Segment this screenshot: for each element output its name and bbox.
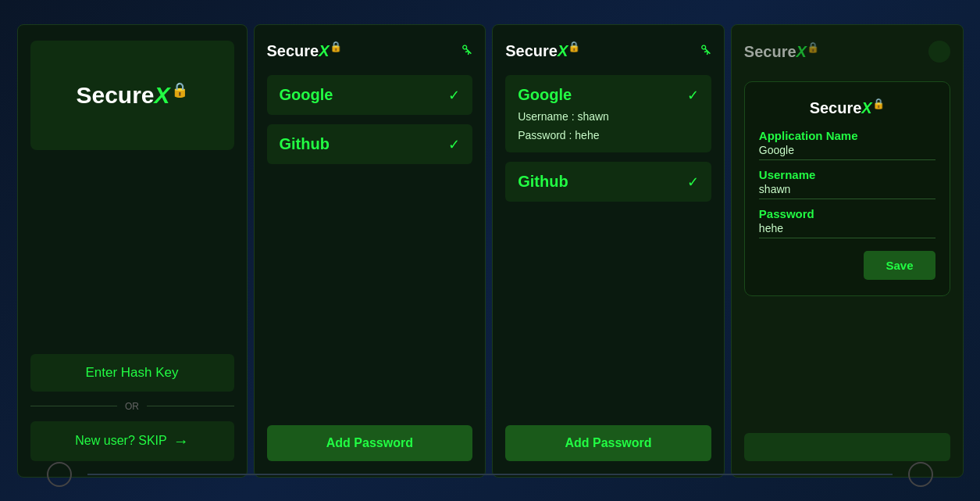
bottom-line xyxy=(87,474,893,475)
save-button[interactable]: Save xyxy=(864,251,935,280)
screen-3: SecureX🔒 ⚷ Google ✓ Username : shawn Pas… xyxy=(492,24,725,478)
modal-lock-icon: 🔒 xyxy=(872,98,885,109)
bottom-bar xyxy=(0,462,980,487)
google-chevron: ✓ xyxy=(448,87,460,104)
screen2-logo-x: X xyxy=(319,41,329,59)
screen3-logo-secure: Secure xyxy=(505,41,558,59)
screen3-lock-icon: 🔒 xyxy=(568,41,580,52)
add-password-button-s3[interactable]: Add Password xyxy=(505,425,711,461)
enter-hash-button[interactable]: Enter Hash Key xyxy=(30,354,234,392)
screen2-lock-icon: 🔒 xyxy=(330,41,342,52)
modal-card: SecureX🔒 Application Name Google Usernam… xyxy=(744,81,950,297)
password-underline xyxy=(759,238,935,238)
logo-text-secure: Secure xyxy=(76,82,154,108)
screen4-logo-secure: Secure xyxy=(744,43,796,60)
github-chevron: ✓ xyxy=(448,136,460,153)
add-password-button[interactable]: Add Password xyxy=(267,425,473,461)
modal-logo: SecureX🔒 xyxy=(759,98,935,117)
github-label-s3: Github xyxy=(518,173,568,191)
or-line-right xyxy=(147,406,234,406)
screen4-lock-icon: 🔒 xyxy=(807,41,819,53)
add-password-label: Add Password xyxy=(326,436,413,449)
logo-x: X xyxy=(155,82,170,108)
logo-large: SecureX🔒 xyxy=(76,81,187,109)
password-value: hehe xyxy=(759,222,935,234)
add-password-label-s3: Add Password xyxy=(565,436,651,449)
github-item-s3[interactable]: Github ✓ xyxy=(505,162,711,202)
skip-button[interactable]: New user? SKIP → xyxy=(30,421,234,461)
github-label: Github xyxy=(280,135,330,153)
screen4-logo-x: X xyxy=(796,43,807,60)
modal-logo-x: X xyxy=(861,98,871,116)
or-text: OR xyxy=(125,401,139,412)
screen3-header: SecureX🔒 ⚷ xyxy=(505,41,711,60)
logo-lock-icon: 🔒 xyxy=(171,82,188,98)
password-label: Password xyxy=(759,207,935,220)
app-name-label: Application Name xyxy=(759,129,935,142)
username-label: Username xyxy=(759,168,935,181)
google-expanded-item[interactable]: Google ✓ Username : shawn Password : heh… xyxy=(505,75,711,152)
or-line-left xyxy=(30,406,118,406)
screen3-logo: SecureX🔒 xyxy=(505,41,580,60)
circle-left xyxy=(47,462,72,487)
google-label: Google xyxy=(280,86,333,104)
screen4-logo: SecureX🔒 xyxy=(744,41,819,61)
arrow-right-icon: → xyxy=(173,432,189,450)
screen-4: SecureX🔒 SecureX🔒 Application Name Googl… xyxy=(731,24,964,478)
save-label: Save xyxy=(886,259,913,272)
username-credential: Username : shawn xyxy=(518,110,609,123)
screen-1: SecureX🔒 Enter Hash Key OR New user? SKI… xyxy=(17,24,248,478)
screen2-logo: SecureX🔒 xyxy=(267,41,342,60)
screen-2: SecureX🔒 ⚷ Google ✓ Github ✓ Add Passwor… xyxy=(254,24,486,478)
logo-box: SecureX🔒 xyxy=(30,41,234,150)
screen2-logo-secure: Secure xyxy=(267,41,319,59)
username-underline xyxy=(759,199,935,199)
enter-hash-label: Enter Hash Key xyxy=(85,365,178,380)
circle-right xyxy=(908,462,933,487)
screen2-header: SecureX🔒 ⚷ xyxy=(267,41,473,60)
screens-container: SecureX🔒 Enter Hash Key OR New user? SKI… xyxy=(14,24,967,478)
github-chevron-s3: ✓ xyxy=(687,174,699,191)
google-expanded-header: Google ✓ xyxy=(518,86,699,104)
screen4-bottom-bar xyxy=(744,433,950,461)
app-name-value: Google xyxy=(759,144,935,156)
or-divider: OR xyxy=(30,401,234,412)
skip-label: New user? SKIP xyxy=(75,434,166,448)
username-value: shawn xyxy=(759,183,935,195)
app-name-underline xyxy=(759,159,935,160)
modal-logo-secure: Secure xyxy=(810,98,862,116)
screen4-user-icon xyxy=(928,41,950,63)
google-item[interactable]: Google ✓ xyxy=(267,75,473,115)
screen3-logo-x: X xyxy=(558,41,568,59)
screen4-header: SecureX🔒 xyxy=(744,41,950,63)
screen3-key-icon[interactable]: ⚷ xyxy=(697,40,716,59)
password-credential: Password : hehe xyxy=(518,129,599,141)
google-expanded-label: Google xyxy=(518,86,572,104)
google-expanded-chevron: ✓ xyxy=(687,87,699,104)
modal-logo-text: SecureX🔒 xyxy=(810,98,885,117)
key-icon[interactable]: ⚷ xyxy=(458,40,477,59)
github-item[interactable]: Github ✓ xyxy=(267,124,473,164)
